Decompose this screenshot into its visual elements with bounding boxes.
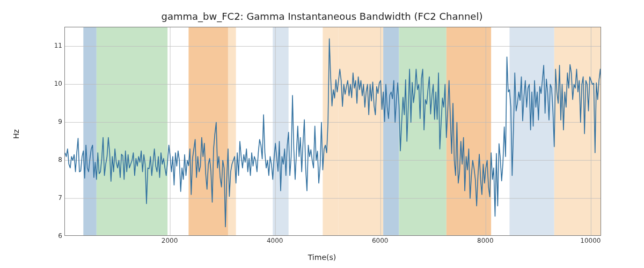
- x-tick-label: 8000: [477, 237, 494, 244]
- background-band: [97, 27, 167, 236]
- x-tick-label: 6000: [372, 237, 389, 244]
- x-tick-label: 10000: [580, 237, 601, 244]
- background-band: [339, 27, 383, 236]
- x-tick-label: 4000: [267, 237, 283, 244]
- y-tick-label: 8: [48, 156, 62, 163]
- background-band: [554, 27, 601, 236]
- background-band: [447, 27, 491, 236]
- background-band: [383, 27, 399, 236]
- chart-title: gamma_bw_FC2: Gamma Instantaneous Bandwi…: [0, 11, 644, 22]
- x-tick-label: 2000: [162, 237, 178, 244]
- y-tick-label: 11: [48, 42, 62, 49]
- background-band: [323, 27, 338, 236]
- background-band: [273, 27, 288, 236]
- background-band: [228, 27, 236, 236]
- y-tick-label: 7: [48, 194, 62, 202]
- chart-figure: gamma_bw_FC2: Gamma Instantaneous Bandwi…: [0, 0, 644, 268]
- plot-area: [64, 27, 601, 236]
- y-tick-label: 6: [48, 232, 62, 240]
- y-tick-label: 9: [48, 118, 62, 125]
- y-tick-label: 10: [48, 80, 62, 87]
- background-band: [509, 27, 554, 236]
- y-axis-label: Hz: [12, 129, 20, 139]
- background-band: [83, 27, 97, 236]
- x-axis-label: Time(s): [0, 253, 644, 262]
- plot-svg: [65, 27, 601, 236]
- background-band: [188, 27, 228, 236]
